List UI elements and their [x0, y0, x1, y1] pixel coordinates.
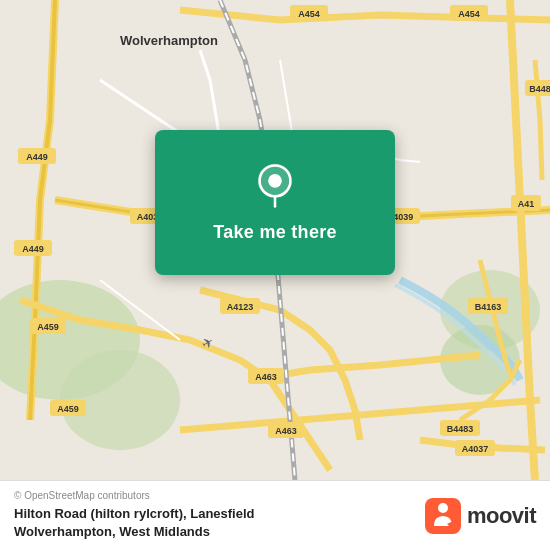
- svg-text:A463: A463: [255, 372, 277, 382]
- svg-point-41: [268, 174, 282, 188]
- svg-point-43: [438, 503, 448, 513]
- cta-card[interactable]: Take me there: [155, 130, 395, 275]
- svg-text:Wolverhampton: Wolverhampton: [120, 33, 218, 48]
- svg-text:A459: A459: [37, 322, 59, 332]
- svg-text:B4483: B4483: [447, 424, 474, 434]
- location-name: Hilton Road (hilton rylcroft), Lanesfiel…: [14, 505, 255, 541]
- moovit-text: moovit: [467, 503, 536, 529]
- svg-text:A459: A459: [57, 404, 79, 414]
- svg-text:A4123: A4123: [227, 302, 254, 312]
- moovit-icon: [425, 498, 461, 534]
- svg-text:A463: A463: [275, 426, 297, 436]
- cta-button-label: Take me there: [213, 222, 337, 243]
- svg-text:A449: A449: [22, 244, 44, 254]
- location-pin-icon: [251, 162, 299, 210]
- svg-text:A4037: A4037: [462, 444, 489, 454]
- svg-text:B448: B448: [529, 84, 550, 94]
- svg-text:A454: A454: [458, 9, 480, 19]
- map-area: A449 A449 A454 A454 A4039 A4039 A41 A459…: [0, 0, 550, 480]
- svg-text:A449: A449: [26, 152, 48, 162]
- location-info: © OpenStreetMap contributors Hilton Road…: [14, 490, 255, 541]
- info-bar: © OpenStreetMap contributors Hilton Road…: [0, 480, 550, 550]
- map-attribution: © OpenStreetMap contributors: [14, 490, 255, 501]
- moovit-logo: moovit: [425, 498, 536, 534]
- svg-text:B4163: B4163: [475, 302, 502, 312]
- svg-text:A41: A41: [518, 199, 535, 209]
- svg-text:A454: A454: [298, 9, 320, 19]
